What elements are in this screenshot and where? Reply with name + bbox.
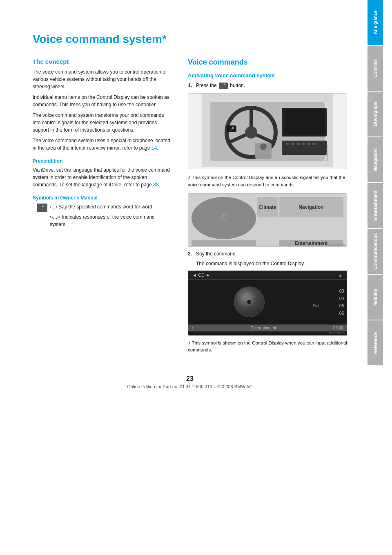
step-1: 1. Press the button. <box>188 82 347 89</box>
svg-rect-13 <box>291 143 294 145</box>
precondition-heading: Precondition <box>33 158 172 164</box>
right-column: Voice commands Activating voice command … <box>188 58 347 359</box>
svg-rect-12 <box>286 143 289 145</box>
symbol-2-text: ››...‹‹ Indicates responses of the voice… <box>50 213 172 228</box>
cd-time: 00:00 <box>333 326 343 330</box>
concept-para-1: The voice command system allows you to c… <box>33 68 172 90</box>
svg-rect-16 <box>307 143 310 145</box>
page-title: Voice command system* <box>33 33 347 46</box>
track-list: 03 04 Set 05 06 <box>310 280 347 324</box>
voice-command-icon: 🎤 <box>37 204 47 212</box>
set-label: Set <box>313 303 320 308</box>
sidebar-tab-entertainment[interactable]: Entertainment <box>368 183 383 228</box>
track-06: 06 <box>313 311 344 316</box>
step-2-number: 2. <box>188 250 194 257</box>
sidebar-tab-driving-tips[interactable]: Driving tips <box>368 92 383 137</box>
symbol-note-1: ♪ This symbol on the Control Display and… <box>188 173 347 188</box>
step-1-text: Press the button. <box>196 82 245 89</box>
step-1-number: 1. <box>188 82 194 89</box>
sidebar-tab-communications[interactable]: Communications <box>368 229 383 274</box>
page-footer: 23 Online Edition for Part no. 01 41 2 6… <box>33 371 347 389</box>
svg-rect-14 <box>296 143 300 145</box>
svg-text:ETKC1806V: ETKC1806V <box>325 145 328 161</box>
track-05: 05 <box>339 303 344 308</box>
menu-diagram: Climate ⓘ Navigation Entertainment ETKC1… <box>188 193 347 247</box>
svg-rect-15 <box>302 143 305 145</box>
entertainment-screen-diagram: ◄ CD ► ▲ 03 04 <box>188 271 347 336</box>
symbols-heading: Symbols in Owner's Manual <box>33 195 172 201</box>
steering-wheel-diagram: 🎤 <box>188 93 347 169</box>
symbol-item-2: ››...‹‹ Indicates responses of the voice… <box>50 213 172 228</box>
page-number: 23 <box>33 375 347 383</box>
center-idrive-knob: ⓘ <box>192 197 256 239</box>
svg-rect-10 <box>284 110 325 134</box>
cd-arrow: ▲ <box>338 273 343 278</box>
sidebar-tab-controls[interactable]: Controls <box>368 46 383 91</box>
voice-button-icon <box>219 83 228 89</box>
concept-para-2: Individual menu items on the Control Dis… <box>33 94 172 108</box>
cd-visual <box>188 280 310 324</box>
step-2: 2. Say the command. <box>188 250 347 257</box>
step-2-detail: The command is displayed on the Control … <box>196 260 347 267</box>
symbol-note-2: ♪ This symbol is shown on the Control Di… <box>188 339 347 354</box>
voice-input-icon: ♪ <box>188 340 191 346</box>
footer-text: Online Edition for Part no. 01 41 2 600 … <box>33 384 347 389</box>
steering-wheel-svg: 🎤 <box>188 94 347 167</box>
svg-point-19 <box>260 143 267 150</box>
left-column: The concept The voice command system all… <box>33 58 172 359</box>
svg-rect-17 <box>312 143 316 145</box>
sidebar: At a glance Controls Driving tips Naviga… <box>368 0 383 555</box>
entertainment-footer-label: Entertainment <box>251 326 276 330</box>
page-link-14[interactable]: 14 <box>151 145 157 151</box>
navigation-menu-item: Navigation <box>279 197 343 217</box>
climate-menu-item: Climate <box>257 197 278 217</box>
svg-point-6 <box>245 126 257 139</box>
page-link-88[interactable]: 88 <box>153 182 158 188</box>
cd-label: ◄ CD ► <box>192 273 210 278</box>
sidebar-tab-mobility[interactable]: Mobility <box>368 275 383 320</box>
sidebar-tab-at-a-glance[interactable]: At a glance <box>368 0 383 45</box>
svg-text:🎤: 🎤 <box>229 127 234 132</box>
step-2-text: Say the command. <box>196 250 237 257</box>
sidebar-tab-navigation[interactable]: Navigation <box>368 137 383 182</box>
entertainment-menu-item-small <box>192 240 256 246</box>
precondition-text: Via iDrive, set the language that applie… <box>33 166 172 188</box>
track-03: 03 <box>313 289 344 293</box>
entertainment-footer-icon: ♪ <box>192 326 194 330</box>
sidebar-tab-reference[interactable]: Reference <box>368 320 383 365</box>
concept-heading: The concept <box>33 58 172 65</box>
activating-heading: Activating voice command system <box>188 72 347 78</box>
symbol-item-1: 🎤 ›...‹ Say the specified commands word … <box>37 203 172 212</box>
voice-commands-heading: Voice commands <box>188 58 347 67</box>
symbol-list: 🎤 ›...‹ Say the specified commands word … <box>37 203 172 228</box>
track-04: 04 <box>313 296 344 301</box>
voice-respond-icon: ♪ <box>188 174 191 180</box>
concept-para-4: The voice command system uses a special … <box>33 137 172 152</box>
symbol-1-text: ›...‹ Say the specified commands word fo… <box>50 203 154 210</box>
concept-para-3: The voice command system transforms your… <box>33 112 172 134</box>
